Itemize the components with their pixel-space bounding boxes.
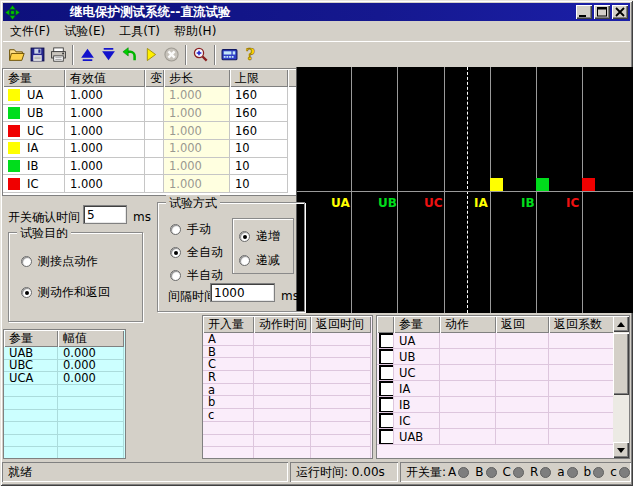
param-name-cell[interactable]: UC [3, 122, 65, 140]
param-step-cell[interactable]: 1.000 [164, 87, 230, 105]
param-row-IB[interactable]: IB1.0001.00010 [3, 158, 297, 176]
undo-icon[interactable] [119, 44, 140, 66]
input-header-2: 返回时间 [311, 316, 371, 333]
menu-item-3[interactable]: 帮助(H) [167, 21, 223, 42]
menu-item-0[interactable]: 文件(F) [3, 21, 57, 42]
result-checkbox[interactable] [379, 381, 394, 397]
direction-radio-1[interactable] [239, 255, 250, 266]
result-checkbox[interactable] [379, 349, 394, 365]
zoom-icon[interactable] [190, 44, 211, 66]
result-row-IB[interactable]: IB [377, 397, 629, 413]
purpose-radio-0[interactable] [21, 256, 32, 267]
amp-row-UBC[interactable]: UBC0.000 [4, 360, 125, 373]
menu-item-1[interactable]: 试验(E) [57, 21, 112, 42]
param-variable-cell[interactable] [145, 140, 164, 158]
param-value-cell[interactable]: 1.000 [65, 158, 145, 176]
param-limit-cell[interactable]: 10 [230, 158, 288, 176]
param-row-IA[interactable]: IA1.0001.00010 [3, 140, 297, 158]
switch-confirm-input[interactable] [83, 205, 127, 224]
amp-header-1: 幅值 [58, 330, 124, 347]
purpose-option-0[interactable]: 测接点动作 [21, 253, 98, 270]
input-row-b[interactable]: b [203, 396, 372, 409]
print-icon[interactable] [48, 44, 69, 66]
param-limit-cell[interactable]: 10 [230, 140, 288, 158]
result-checkbox[interactable] [379, 413, 394, 429]
result-row-UAB[interactable]: UAB [377, 429, 629, 445]
direction-radio-0[interactable] [239, 231, 250, 242]
mode-radio-1[interactable] [170, 247, 181, 258]
move-down-icon[interactable] [98, 44, 119, 66]
move-up-icon[interactable] [77, 44, 98, 66]
result-row-UB[interactable]: UB [377, 349, 629, 365]
direction-option-0[interactable]: 递增 [239, 228, 280, 245]
param-variable-cell[interactable] [145, 87, 164, 105]
input-row-R[interactable]: R [203, 371, 372, 384]
mode-option-2[interactable]: 半自动 [170, 267, 223, 284]
maximize-button[interactable] [594, 5, 610, 19]
scroll-thumb[interactable] [613, 333, 629, 395]
result-checkbox[interactable] [379, 365, 394, 381]
input-row-A[interactable]: A [203, 333, 372, 346]
amp-row-UCA[interactable]: UCA0.000 [4, 372, 125, 385]
param-name-cell[interactable]: IC [3, 175, 65, 193]
mode-option-0[interactable]: 手动 [170, 221, 211, 238]
direction-option-1[interactable]: 递减 [239, 252, 280, 269]
run-icon[interactable] [140, 44, 161, 66]
scroll-up-button[interactable] [613, 316, 629, 332]
mode-radio-0[interactable] [170, 224, 181, 235]
param-step-cell[interactable]: 1.000 [164, 122, 230, 140]
result-row-UC[interactable]: UC [377, 365, 629, 381]
save-icon[interactable] [27, 44, 48, 66]
param-limit-cell[interactable]: 160 [230, 87, 288, 105]
param-value-cell[interactable]: 1.000 [65, 87, 145, 105]
input-row-C[interactable]: C [203, 358, 372, 371]
input-row-B[interactable]: B [203, 346, 372, 359]
param-step-cell[interactable]: 1.000 [164, 105, 230, 123]
param-limit-cell[interactable]: 160 [230, 122, 288, 140]
param-step-cell[interactable]: 1.000 [164, 158, 230, 176]
close-button[interactable] [612, 5, 628, 19]
param-value-cell[interactable]: 1.000 [65, 175, 145, 193]
result-row-UA[interactable]: UA [377, 333, 629, 349]
minimize-button[interactable] [576, 5, 592, 19]
mode-option-1[interactable]: 全自动 [170, 244, 223, 261]
param-variable-cell[interactable] [145, 122, 164, 140]
purpose-radio-1[interactable] [21, 287, 32, 298]
param-row-UC[interactable]: UC1.0001.000160 [3, 122, 297, 140]
param-variable-cell[interactable] [145, 158, 164, 176]
param-limit-cell[interactable]: 160 [230, 105, 288, 123]
input-row-a[interactable]: a [203, 384, 372, 397]
param-value-cell[interactable]: 1.000 [65, 105, 145, 123]
param-variable-cell[interactable] [145, 175, 164, 193]
result-row-IC[interactable]: IC [377, 413, 629, 429]
param-name-cell[interactable]: IA [3, 140, 65, 158]
param-row-IC[interactable]: IC1.0001.00010 [3, 175, 297, 193]
result-checkbox[interactable] [379, 333, 394, 349]
stop-icon[interactable] [161, 44, 182, 66]
param-step-cell[interactable]: 1.000 [164, 140, 230, 158]
param-name-cell[interactable]: IB [3, 158, 65, 176]
help-icon[interactable]: ? [240, 44, 261, 66]
param-variable-cell[interactable] [145, 105, 164, 123]
param-name-cell[interactable]: UB [3, 105, 65, 123]
result-scrollbar[interactable] [613, 316, 629, 458]
param-value-cell[interactable]: 1.000 [65, 140, 145, 158]
purpose-option-1[interactable]: 测动作和返回 [21, 284, 110, 301]
amp-row-UAB[interactable]: UAB0.000 [4, 347, 125, 360]
result-row-IA[interactable]: IA [377, 381, 629, 397]
scroll-down-button[interactable] [613, 442, 629, 458]
interval-input[interactable] [210, 283, 275, 302]
param-row-UA[interactable]: UA1.0001.000160 [3, 87, 297, 105]
param-step-cell[interactable]: 1.000 [164, 175, 230, 193]
calculator-icon[interactable] [219, 44, 240, 66]
param-name-cell[interactable]: UA [3, 87, 65, 105]
input-row-c[interactable]: c [203, 409, 372, 422]
open-icon[interactable] [6, 44, 27, 66]
mode-radio-2[interactable] [170, 270, 181, 281]
menu-item-2[interactable]: 工具(T) [112, 21, 167, 42]
result-checkbox[interactable] [379, 397, 394, 413]
param-row-UB[interactable]: UB1.0001.000160 [3, 105, 297, 123]
result-checkbox[interactable] [379, 429, 394, 445]
param-value-cell[interactable]: 1.000 [65, 122, 145, 140]
param-limit-cell[interactable]: 10 [230, 175, 288, 193]
